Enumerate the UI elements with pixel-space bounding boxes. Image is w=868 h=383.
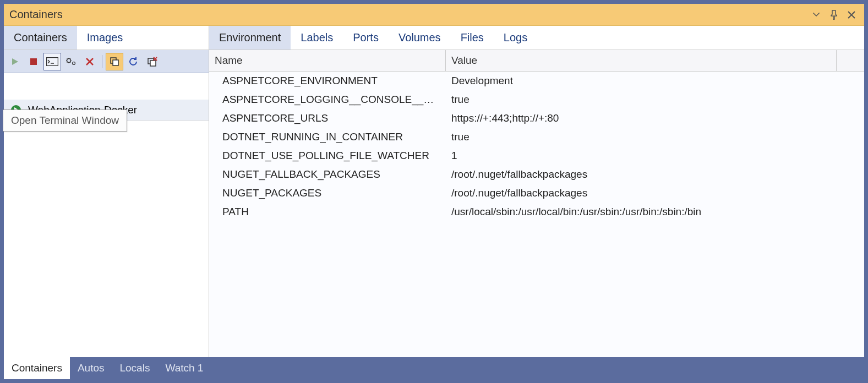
- tab-volumes[interactable]: Volumes: [389, 26, 451, 50]
- delete-icon[interactable]: [81, 53, 99, 70]
- env-name: NUGET_FALLBACK_PACKAGES: [209, 165, 446, 184]
- column-scroll-spacer: [837, 50, 864, 71]
- prune-icon[interactable]: [143, 53, 161, 70]
- svg-rect-5: [113, 60, 118, 65]
- table-header: Name Value: [209, 50, 864, 72]
- table-row[interactable]: DOTNET_RUNNING_IN_CONTAINERtrue: [209, 128, 864, 146]
- terminal-icon[interactable]: [43, 53, 61, 70]
- left-tabs: Containers Images: [4, 26, 209, 50]
- tab-files[interactable]: Files: [451, 26, 494, 50]
- svg-point-3: [73, 62, 75, 64]
- refresh-icon[interactable]: [124, 53, 142, 70]
- stop-icon[interactable]: [25, 53, 42, 70]
- column-value[interactable]: Value: [446, 50, 837, 71]
- env-name: NUGET_PACKAGES: [209, 184, 446, 203]
- table-row[interactable]: NUGET_PACKAGES/root/.nuget/fallbackpacka…: [209, 184, 864, 203]
- env-value: /root/.nuget/fallbackpackages: [446, 165, 864, 184]
- table-row[interactable]: NUGET_FALLBACK_PACKAGES/root/.nuget/fall…: [209, 165, 864, 184]
- env-name: ASPNETCORE_LOGGING__CONSOLE__DISA...: [209, 90, 446, 109]
- env-value: true: [446, 90, 864, 109]
- titlebar: Containers: [4, 4, 864, 26]
- table-row[interactable]: PATH/usr/local/sbin:/usr/local/bin:/usr/…: [209, 203, 864, 221]
- column-name[interactable]: Name: [209, 50, 446, 71]
- env-name: PATH: [209, 203, 446, 221]
- table-row[interactable]: ASPNETCORE_ENVIRONMENTDevelopment: [209, 72, 864, 90]
- right-pane: Environment Labels Ports Volumes Files L…: [209, 26, 864, 357]
- tab-labels[interactable]: Labels: [291, 26, 343, 50]
- settings-icon[interactable]: [62, 53, 80, 70]
- bottom-tab-autos[interactable]: Autos: [70, 357, 112, 379]
- env-value: true: [446, 128, 864, 146]
- close-icon[interactable]: [844, 8, 859, 22]
- svg-rect-0: [30, 58, 37, 65]
- svg-rect-1: [47, 57, 58, 65]
- toolbar-separator: [102, 55, 102, 68]
- table-row[interactable]: ASPNETCORE_LOGGING__CONSOLE__DISA...true: [209, 90, 864, 109]
- bottom-tab-locals[interactable]: Locals: [112, 357, 157, 379]
- tab-images[interactable]: Images: [77, 26, 133, 50]
- bottom-tabs: Containers Autos Locals Watch 1: [4, 357, 864, 379]
- env-value: /usr/local/sbin:/usr/local/bin:/usr/sbin…: [446, 203, 864, 221]
- env-name: DOTNET_RUNNING_IN_CONTAINER: [209, 128, 446, 146]
- bottom-tab-containers[interactable]: Containers: [4, 357, 70, 379]
- window-title: Containers: [9, 8, 806, 21]
- bottom-tab-watch1[interactable]: Watch 1: [157, 357, 211, 379]
- tab-ports[interactable]: Ports: [343, 26, 389, 50]
- env-name: ASPNETCORE_ENVIRONMENT: [209, 72, 446, 90]
- env-value: Development: [446, 72, 864, 90]
- table-body: ASPNETCORE_ENVIRONMENTDevelopmentASPNETC…: [209, 72, 864, 357]
- detail-tabs: Environment Labels Ports Volumes Files L…: [209, 26, 864, 50]
- table-row[interactable]: DOTNET_USE_POLLING_FILE_WATCHER1: [209, 146, 864, 165]
- tab-environment[interactable]: Environment: [209, 26, 291, 50]
- env-value: /root/.nuget/fallbackpackages: [446, 184, 864, 203]
- pin-icon[interactable]: [827, 8, 841, 22]
- env-name: DOTNET_USE_POLLING_FILE_WATCHER: [209, 146, 446, 165]
- env-value: 1: [446, 146, 864, 165]
- left-toolbar: [4, 50, 209, 73]
- svg-rect-7: [150, 61, 156, 66]
- start-icon[interactable]: [6, 53, 24, 70]
- env-name: ASPNETCORE_URLS: [209, 109, 446, 128]
- table-row[interactable]: ASPNETCORE_URLShttps://+:443;http://+:80: [209, 109, 864, 128]
- tab-containers[interactable]: Containers: [4, 26, 77, 50]
- env-value: https://+:443;http://+:80: [446, 109, 864, 128]
- tab-logs[interactable]: Logs: [494, 26, 537, 50]
- left-pane: Containers Images: [4, 26, 209, 357]
- tooltip-open-terminal: Open Terminal Window: [3, 110, 127, 132]
- copy-icon[interactable]: [106, 53, 123, 70]
- window-dropdown-icon[interactable]: [809, 8, 823, 22]
